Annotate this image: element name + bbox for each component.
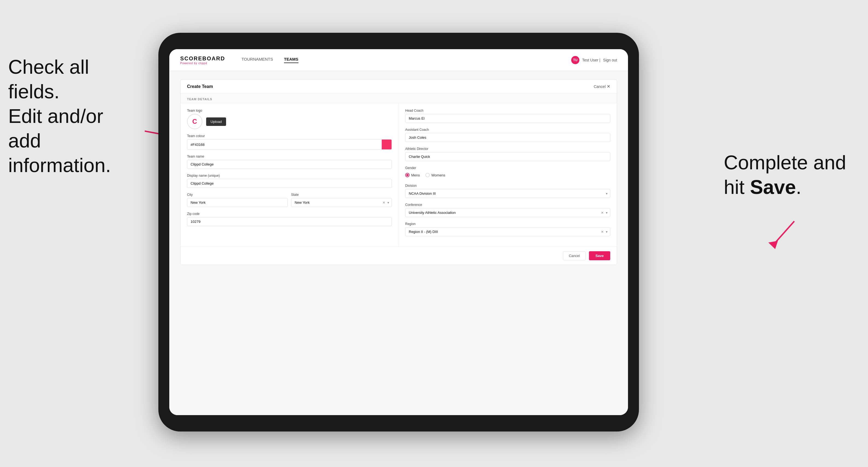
region-group: Region Region II - (M) DIII ✕ ▾: [405, 222, 610, 236]
conference-select[interactable]: University Athletic Association: [405, 208, 610, 217]
instruction-right: Complete and hit Save.: [724, 150, 846, 199]
region-label: Region: [405, 222, 610, 226]
display-name-input[interactable]: [187, 179, 392, 188]
logo-area: SCOREBOARD Powered by clippd: [180, 56, 225, 65]
svg-marker-3: [768, 241, 778, 249]
region-select[interactable]: Region II - (M) DIII: [405, 227, 610, 236]
logo-sub: Powered by clippd: [180, 62, 225, 65]
division-group: Division NCAA Division III ▾: [405, 184, 610, 198]
team-name-input[interactable]: [187, 160, 392, 169]
logo-circle: C: [187, 114, 202, 129]
team-colour-input[interactable]: [187, 141, 382, 149]
user-label: Test User |: [582, 58, 600, 62]
assistant-coach-input[interactable]: [405, 133, 610, 142]
nav-user-area: TU Test User | Sign out: [571, 56, 617, 64]
gender-womens-text: Womens: [431, 173, 445, 177]
athletic-director-input[interactable]: [405, 152, 610, 161]
form-card: Create Team Cancel ✕ TEAM DETAILS: [180, 79, 617, 265]
state-select-wrap: New York ✕ ▾: [291, 198, 392, 207]
zip-input[interactable]: [187, 217, 392, 226]
gender-mens-text: Mens: [411, 173, 420, 177]
user-avatar: TU: [571, 56, 579, 64]
page-content: Create Team Cancel ✕ TEAM DETAILS: [169, 71, 628, 415]
form-footer: Cancel Save: [181, 247, 617, 264]
gender-womens-label[interactable]: Womens: [425, 173, 445, 177]
nav-links: TOURNAMENTS TEAMS: [241, 57, 571, 63]
athletic-director-label: Athletic Director: [405, 147, 610, 151]
form-title: Create Team: [187, 84, 213, 89]
upload-button[interactable]: Upload: [206, 118, 226, 126]
team-colour-input-wrap: [187, 139, 392, 150]
division-select-wrap: NCAA Division III ▾: [405, 189, 610, 198]
athletic-director-group: Athletic Director: [405, 147, 610, 161]
head-coach-group: Head Coach: [405, 109, 610, 123]
save-button[interactable]: Save: [589, 251, 610, 260]
sign-out-link[interactable]: Sign out: [603, 58, 617, 62]
city-label: City: [187, 193, 288, 197]
gender-mens-label[interactable]: Mens: [405, 173, 420, 177]
region-select-wrap: Region II - (M) DIII ✕ ▾: [405, 227, 610, 236]
city-state-row: City State New York ✕: [187, 193, 392, 207]
team-colour-group: Team colour: [187, 134, 392, 150]
state-group: State New York ✕ ▾: [291, 193, 392, 207]
form-body: Team logo C Upload Team colour: [181, 103, 617, 247]
gender-radio-group: Mens Womens: [405, 171, 610, 179]
team-name-label: Team name: [187, 155, 392, 158]
gender-womens-radio[interactable]: [425, 173, 430, 177]
team-name-group: Team name: [187, 155, 392, 169]
state-select[interactable]: New York: [291, 198, 392, 207]
logo-main: SCOREBOARD: [180, 56, 225, 62]
assistant-coach-group: Assistant Coach: [405, 128, 610, 142]
nav-tournaments[interactable]: TOURNAMENTS: [241, 57, 273, 63]
cancel-button[interactable]: Cancel: [563, 251, 585, 260]
arrow-right-icon: [759, 218, 803, 254]
assistant-coach-label: Assistant Coach: [405, 128, 610, 132]
state-label: State: [291, 193, 392, 197]
gender-label: Gender: [405, 166, 610, 170]
region-clear-icon[interactable]: ✕: [601, 230, 604, 234]
section-label: TEAM DETAILS: [181, 94, 617, 103]
tablet-frame: SCOREBOARD Powered by clippd TOURNAMENTS…: [158, 33, 639, 432]
head-coach-input[interactable]: [405, 114, 610, 123]
close-icon[interactable]: ✕: [607, 84, 610, 89]
zip-label: Zip code: [187, 212, 392, 216]
tablet-screen: SCOREBOARD Powered by clippd TOURNAMENTS…: [169, 49, 628, 415]
form-right-col: Head Coach Assistant Coach Athletic Dire…: [399, 103, 617, 247]
gender-mens-radio[interactable]: [405, 173, 409, 177]
state-clear-icon[interactable]: ✕: [382, 201, 385, 205]
zip-code-group: Zip code: [187, 212, 392, 226]
navbar: SCOREBOARD Powered by clippd TOURNAMENTS…: [169, 49, 628, 71]
conference-group: Conference University Athletic Associati…: [405, 203, 610, 217]
team-logo-group: Team logo C Upload: [187, 109, 392, 129]
conference-label: Conference: [405, 203, 610, 207]
conference-select-wrap: University Athletic Association ✕ ▾: [405, 208, 610, 217]
display-name-label: Display name (unique): [187, 174, 392, 178]
form-header: Create Team Cancel ✕: [181, 80, 617, 94]
team-logo-label: Team logo: [187, 109, 392, 113]
colour-swatch[interactable]: [382, 139, 392, 149]
city-group: City: [187, 193, 288, 207]
gender-group: Gender Mens Womens: [405, 166, 610, 179]
division-select[interactable]: NCAA Division III: [405, 189, 610, 198]
logo-preview-area: C Upload: [187, 114, 392, 129]
instruction-left: Check all fields. Edit and/or add inform…: [8, 55, 139, 178]
division-label: Division: [405, 184, 610, 188]
form-left-col: Team logo C Upload Team colour: [181, 103, 399, 247]
display-name-group: Display name (unique): [187, 174, 392, 188]
head-coach-label: Head Coach: [405, 109, 610, 113]
conference-clear-icon[interactable]: ✕: [601, 211, 604, 215]
team-colour-label: Team colour: [187, 134, 392, 138]
nav-teams[interactable]: TEAMS: [284, 57, 299, 63]
cancel-header-link[interactable]: Cancel ✕: [594, 84, 610, 89]
city-input[interactable]: [187, 198, 288, 207]
